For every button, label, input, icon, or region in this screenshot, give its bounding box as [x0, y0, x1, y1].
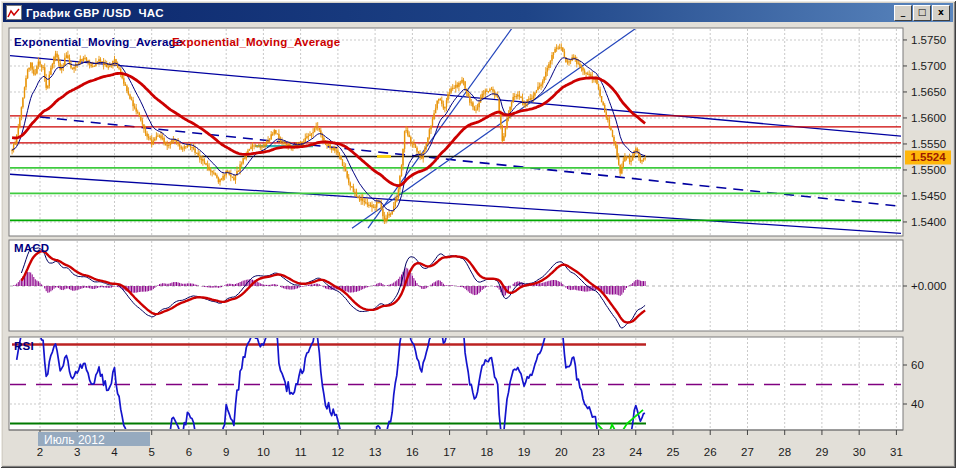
rsi-pane-label: RSI	[14, 340, 34, 352]
date-label: 16	[406, 446, 419, 458]
price-axis-label: 1.5550	[911, 138, 946, 150]
rsi-axis-label: 40	[911, 398, 924, 410]
date-label: 23	[592, 446, 605, 458]
date-label: 12	[331, 446, 344, 458]
current-price-label: 1.5524	[910, 151, 946, 163]
current-price-badge: 1.5524	[905, 150, 951, 164]
rsi-pane	[9, 337, 903, 430]
month-label: Июль 2012	[38, 432, 150, 447]
window-controls: _ □ x	[893, 5, 950, 21]
date-label: 30	[853, 446, 866, 458]
date-label: 25	[667, 446, 680, 458]
date-label: 10	[257, 446, 270, 458]
macd-axis-label: +0.000	[911, 280, 947, 292]
legend-ema-fast: Exponential_Moving_Average	[14, 36, 182, 48]
date-label: 11	[295, 446, 307, 458]
price-pane	[9, 28, 903, 236]
date-label: 27	[741, 446, 754, 458]
date-label: 2	[37, 446, 43, 458]
application-window: График GBP /USD ЧАС _ □ x 1.57501.57001.…	[0, 0, 956, 468]
close-button[interactable]: x	[932, 5, 950, 21]
price-axis-label: 1.5450	[911, 190, 946, 202]
price-axis-label: 1.5750	[911, 34, 946, 46]
date-label: 18	[480, 446, 493, 458]
price-axis-label: 1.5600	[911, 112, 946, 124]
date-label: 6	[186, 446, 192, 458]
date-label: 3	[74, 446, 80, 458]
legend-ema-slow: Exponential_Moving_Average	[172, 36, 340, 48]
date-label: 4	[111, 446, 118, 458]
date-label: 13	[369, 446, 382, 458]
rsi-axis-label: 60	[911, 359, 924, 371]
title-bar[interactable]: График GBP /USD ЧАС _ □ x	[3, 3, 953, 22]
date-label: 24	[629, 446, 642, 458]
app-chart-icon	[6, 5, 22, 20]
price-axis-label: 1.5700	[911, 60, 946, 72]
date-label: 31	[890, 446, 903, 458]
date-label: 17	[443, 446, 456, 458]
month-label-text: Июль 2012	[44, 433, 105, 447]
price-axis-label: 1.5650	[911, 86, 946, 98]
date-label: 5	[149, 446, 155, 458]
date-label: 29	[816, 446, 829, 458]
price-axis-label: 1.5500	[911, 164, 946, 176]
macd-pane-label: MACD	[14, 242, 49, 254]
date-label: 26	[704, 446, 717, 458]
window-title: График GBP /USD ЧАС	[26, 7, 164, 19]
maximize-button[interactable]: □	[913, 5, 931, 21]
chart-canvas[interactable]: 1.57501.57001.56501.56001.55501.55001.54…	[0, 0, 956, 468]
minimize-button[interactable]: _	[894, 5, 912, 21]
date-label: 20	[555, 446, 568, 458]
date-label: 19	[518, 446, 531, 458]
date-label: 28	[778, 446, 791, 458]
date-label: 9	[223, 446, 229, 458]
price-axis-label: 1.5400	[911, 216, 946, 228]
